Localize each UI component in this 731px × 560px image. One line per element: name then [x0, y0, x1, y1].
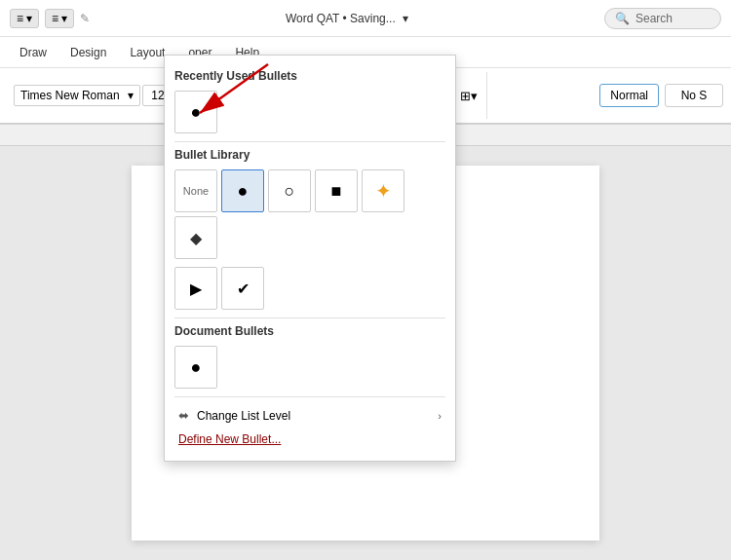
dropdown-footer: ⬌ Change List Level › Define New Bullet.… — [174, 403, 445, 451]
app-title: Word QAT • Saving... — [286, 12, 396, 25]
bullet-filled-circle[interactable]: ● — [221, 169, 264, 212]
search-box[interactable]: 🔍 Search — [604, 8, 721, 29]
bullet-library-title: Bullet Library — [174, 148, 445, 162]
font-dropdown-arrow: ▾ — [128, 89, 134, 102]
title-bar-left: ≡ ▾ ≡ ▾ ✎ — [10, 9, 90, 28]
chevron-right-icon: › — [438, 410, 442, 422]
divider-1 — [174, 141, 445, 142]
qat-extra: ✎ — [80, 12, 90, 25]
search-icon: 🔍 — [615, 12, 630, 25]
font-name-dropdown[interactable]: Times New Roman ▾ — [14, 85, 140, 106]
bullet-dropdown: Recently Used Bullets ● Bullet Library N… — [164, 55, 456, 462]
font-size-label: 12 — [151, 89, 164, 102]
bullet-arrow[interactable]: ▶ — [174, 267, 217, 310]
title-arrow[interactable]: ▾ — [403, 12, 408, 25]
change-level-icon: ⬌ — [178, 408, 189, 423]
tab-design[interactable]: Design — [60, 41, 116, 64]
title-bar: ≡ ▾ ≡ ▾ ✎ Word QAT • Saving... ▾ 🔍 Searc… — [0, 0, 731, 37]
qat-button[interactable]: ≡ ▾ — [10, 9, 39, 28]
font-group: Times New Roman ▾ 12 — [8, 72, 180, 119]
bullet-square[interactable]: ■ — [315, 169, 358, 212]
recently-used-grid: ● — [174, 91, 445, 133]
divider-3 — [174, 396, 445, 397]
bullet-library-grid: None ● ○ ■ ✦ ◆ — [174, 169, 445, 259]
recently-used-title: Recently Used Bullets — [174, 69, 445, 83]
qat-icon2: ≡ — [52, 12, 58, 25]
define-new-bullet-item[interactable]: Define New Bullet... — [174, 428, 445, 451]
style-nos-label: No S — [681, 89, 708, 102]
table-icon: ⊞▾ — [457, 86, 481, 106]
bullet-star[interactable]: ✦ — [362, 169, 404, 212]
bullet-open-circle[interactable]: ○ — [268, 169, 311, 212]
document-bullets-title: Document Bullets — [174, 324, 445, 338]
qat-arrow2: ▾ — [61, 12, 67, 25]
style-normal-label: Normal — [610, 89, 648, 102]
style-nos[interactable]: No S — [665, 84, 723, 107]
divider-2 — [174, 317, 445, 318]
bullet-diamond[interactable]: ◆ — [174, 216, 217, 259]
font-name-label: Times New Roman — [20, 89, 120, 102]
doc-bullet-filled[interactable]: ● — [174, 346, 217, 389]
change-list-level-label: Change List Level — [197, 409, 290, 423]
document-bullets-grid: ● — [174, 346, 445, 389]
bullet-check[interactable]: ✔ — [221, 267, 264, 310]
qat-button2[interactable]: ≡ ▾ — [45, 9, 74, 28]
change-list-level-item[interactable]: ⬌ Change List Level › — [174, 403, 445, 428]
styles-group: Normal No S — [599, 84, 723, 107]
list-icon: ≡ — [17, 12, 23, 25]
title-center: Word QAT • Saving... ▾ — [286, 12, 408, 25]
search-label: Search — [635, 12, 673, 25]
tab-draw[interactable]: Draw — [10, 41, 57, 64]
bullet-none[interactable]: None — [174, 169, 217, 212]
define-bullet-label: Define New Bullet... — [178, 432, 281, 446]
qat-dropdown-arrow: ▾ — [26, 12, 32, 25]
bullet-library-grid-2: ▶ ✔ — [174, 267, 445, 310]
style-normal[interactable]: Normal — [599, 84, 659, 107]
recent-bullet-filled[interactable]: ● — [174, 91, 217, 133]
